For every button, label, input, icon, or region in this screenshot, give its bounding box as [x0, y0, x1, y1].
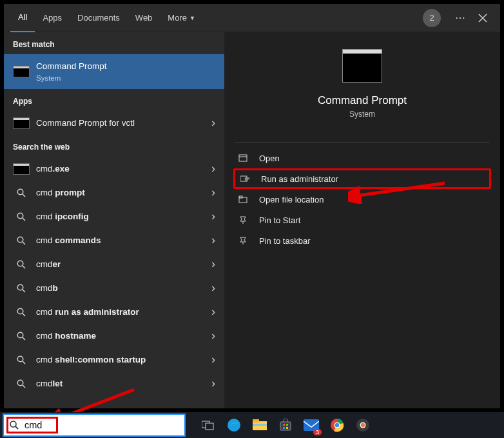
action-pin-to-start[interactable]: Pin to Start — [233, 210, 491, 230]
search-icon — [13, 258, 30, 271]
svg-line-11 — [23, 314, 25, 316]
open-icon — [238, 154, 253, 163]
svg-rect-34 — [283, 424, 285, 426]
mail-icon[interactable]: 3 — [303, 417, 320, 433]
chrome-icon[interactable] — [329, 417, 345, 433]
search-icon — [13, 353, 30, 366]
tab-more[interactable]: More▼ — [160, 4, 203, 32]
tab-apps[interactable]: Apps — [35, 4, 70, 32]
recent-count-badge[interactable]: 2 — [423, 9, 441, 27]
result-item[interactable]: cmd hostname› — [4, 324, 224, 348]
close-icon[interactable] — [472, 14, 494, 23]
svg-point-29 — [228, 419, 240, 432]
result-best-match[interactable]: Command Prompt System — [4, 54, 224, 89]
search-icon — [13, 234, 30, 247]
result-title: cmd hostname — [36, 330, 208, 342]
result-item[interactable]: Command Prompt for vctl› — [4, 111, 224, 135]
svg-line-3 — [23, 218, 25, 221]
result-item[interactable]: cmd shell:common startup› — [4, 348, 224, 372]
result-item[interactable]: cmdb› — [4, 276, 224, 300]
svg-line-26 — [15, 426, 18, 429]
section-web: Search the web — [4, 135, 224, 157]
result-item[interactable]: cmder› — [4, 252, 224, 276]
search-icon — [13, 377, 30, 390]
mail-badge: 3 — [313, 429, 322, 435]
result-item[interactable]: cmd commands› — [4, 228, 224, 252]
svg-rect-18 — [239, 155, 247, 161]
svg-line-9 — [23, 290, 25, 292]
chevron-right-icon: › — [211, 353, 215, 366]
edge-icon[interactable] — [226, 417, 242, 433]
results-list: Best match Command Prompt System Apps Co… — [4, 32, 224, 408]
chevron-right-icon: › — [211, 162, 215, 175]
action-open-file-location[interactable]: Open file location — [233, 189, 491, 210]
preview-subtitle: System — [349, 110, 375, 119]
result-title: cmd.exe — [36, 163, 208, 175]
action-label: Open file location — [259, 195, 324, 204]
chevron-right-icon: › — [211, 210, 215, 223]
svg-point-44 — [361, 423, 365, 427]
svg-point-10 — [17, 308, 23, 314]
preview-app-icon — [342, 49, 382, 83]
result-title: cmdb — [36, 283, 208, 294]
open-file-location-icon — [238, 195, 253, 204]
svg-line-1 — [23, 194, 25, 197]
result-item[interactable]: cmd.exe› — [4, 157, 224, 181]
svg-line-13 — [23, 337, 25, 340]
result-item[interactable]: cmd run as administrator› — [4, 300, 224, 324]
result-title: cmd ipconfig — [36, 211, 208, 223]
task-view-icon[interactable] — [200, 417, 217, 433]
result-title: Command Prompt for vctl — [36, 117, 208, 129]
file-explorer-icon[interactable] — [251, 417, 268, 433]
action-label: Pin to Start — [259, 215, 300, 225]
result-title: cmd run as administrator — [36, 306, 208, 318]
cmd-icon — [13, 117, 30, 130]
chevron-down-icon: ▼ — [189, 15, 195, 21]
svg-rect-35 — [286, 424, 288, 426]
cmd-icon — [13, 65, 30, 78]
search-input[interactable] — [24, 420, 184, 430]
svg-point-25 — [10, 421, 16, 427]
taskbar-search[interactable] — [3, 413, 186, 437]
chevron-right-icon: › — [211, 234, 215, 247]
microsoft-store-icon[interactable] — [277, 417, 294, 433]
svg-rect-32 — [253, 424, 267, 426]
result-subtitle: System — [36, 74, 215, 83]
chrome-canary-icon[interactable] — [354, 417, 371, 433]
svg-point-8 — [17, 284, 23, 290]
taskbar-pinned-apps: 3 — [200, 417, 371, 433]
action-open[interactable]: Open — [233, 148, 491, 168]
chevron-right-icon: › — [211, 305, 215, 319]
search-icon — [13, 282, 30, 295]
svg-point-4 — [17, 237, 23, 243]
search-icon — [13, 210, 30, 223]
search-icon — [9, 420, 19, 430]
svg-rect-37 — [286, 427, 288, 429]
pin-to-taskbar-icon — [238, 236, 253, 245]
section-best-match: Best match — [4, 32, 224, 54]
svg-point-12 — [17, 332, 23, 338]
tab-all[interactable]: All — [10, 4, 35, 32]
tab-web[interactable]: Web — [128, 4, 160, 32]
action-label: Run as administrator — [261, 174, 338, 184]
result-item[interactable]: cmd prompt› — [4, 181, 224, 204]
svg-point-0 — [17, 189, 23, 195]
result-item[interactable]: cmdlet› — [4, 372, 224, 395]
more-options-icon[interactable]: ⋯ — [449, 12, 472, 24]
action-pin-to-taskbar[interactable]: Pin to taskbar — [233, 230, 491, 251]
taskbar: 3 — [0, 412, 504, 438]
svg-point-16 — [17, 380, 23, 386]
result-preview-pane: Command Prompt System OpenRun as adminis… — [224, 32, 500, 408]
result-title: cmdlet — [36, 378, 208, 390]
svg-point-2 — [17, 213, 23, 219]
run-as-admin-icon — [240, 174, 255, 183]
svg-line-7 — [23, 266, 25, 268]
result-title: cmd prompt — [36, 187, 208, 199]
result-item[interactable]: cmd ipconfig› — [4, 204, 224, 228]
svg-rect-31 — [253, 419, 259, 423]
chevron-right-icon: › — [211, 377, 215, 390]
action-run-as-admin[interactable]: Run as administrator — [233, 168, 491, 189]
tab-documents[interactable]: Documents — [70, 4, 128, 32]
svg-rect-36 — [283, 427, 285, 429]
chevron-right-icon: › — [211, 281, 215, 295]
